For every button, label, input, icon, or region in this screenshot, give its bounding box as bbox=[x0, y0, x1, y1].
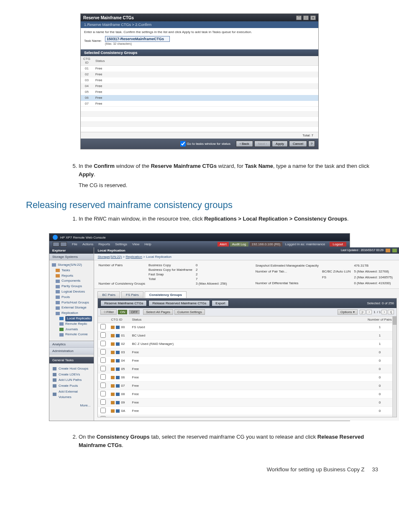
select-all-pages[interactable]: Select All Pages bbox=[143, 309, 173, 315]
row-checkbox[interactable] bbox=[100, 383, 106, 388]
table-row[interactable]: 09Free0 bbox=[98, 398, 396, 407]
analytics-section[interactable]: Analytics bbox=[49, 341, 94, 348]
tree-pools[interactable]: Pools bbox=[52, 295, 92, 300]
close-icon[interactable]: × bbox=[310, 15, 316, 20]
page-prev[interactable]: ‹ bbox=[366, 310, 372, 314]
table-row[interactable]: 02BC Z Used (RAID Manager)1 bbox=[98, 340, 396, 348]
filter-on[interactable]: ON bbox=[118, 310, 127, 314]
tree-external-storage[interactable]: External Storage bbox=[52, 305, 92, 311]
table-row[interactable]: 00FS Used1 bbox=[98, 323, 396, 332]
scrollbar-thumb[interactable] bbox=[393, 316, 396, 325]
release-ctgs-button[interactable]: Release Reserved Mainframe CTGs bbox=[148, 300, 210, 306]
filter-off[interactable]: OFF bbox=[129, 310, 140, 314]
go-to-tasks-checkbox[interactable]: Go to tasks window for status bbox=[180, 141, 231, 146]
row-checkbox[interactable] bbox=[100, 408, 106, 413]
hp-logo-icon bbox=[53, 235, 58, 240]
row-checkbox[interactable] bbox=[100, 324, 106, 329]
page-last[interactable]: ›| bbox=[388, 310, 394, 314]
alert-chip[interactable]: Alert bbox=[217, 242, 228, 247]
row-checkbox[interactable] bbox=[100, 332, 106, 338]
export-button[interactable]: Export bbox=[212, 300, 229, 306]
table-row[interactable]: 0AFree0 bbox=[98, 407, 396, 415]
row-checkbox[interactable] bbox=[100, 341, 106, 346]
cancel-button[interactable]: Cancel bbox=[289, 141, 307, 147]
menu-file[interactable]: File bbox=[72, 242, 77, 246]
next-button[interactable]: Next › bbox=[254, 141, 271, 147]
tab-fs-pairs[interactable]: FS Pairs bbox=[121, 291, 143, 298]
tree-local-replicatio[interactable]: Local Replicatio bbox=[52, 316, 92, 321]
row-checkbox[interactable] bbox=[100, 357, 106, 363]
table-row[interactable]: 08Free0 bbox=[98, 390, 396, 398]
nav-back-button[interactable] bbox=[53, 242, 59, 247]
menu-actions[interactable]: Actions bbox=[82, 242, 93, 246]
selected-count: Selected: 0 of 256 bbox=[367, 301, 394, 305]
gen-create-pools[interactable]: Create Pools bbox=[53, 383, 91, 389]
table-row[interactable]: 05Free0 bbox=[98, 365, 396, 373]
tree-logical-devices[interactable]: Logical Devices bbox=[52, 289, 92, 295]
row-checkbox[interactable] bbox=[100, 399, 106, 405]
help-button[interactable]: ? bbox=[308, 141, 315, 147]
table-row[interactable]: 01Free bbox=[81, 66, 318, 72]
row-checkbox[interactable] bbox=[100, 391, 106, 396]
minimize-icon[interactable]: ‾ bbox=[296, 15, 302, 20]
table-row[interactable]: 04Free bbox=[81, 83, 318, 89]
menu-reports[interactable]: Reports bbox=[98, 242, 110, 246]
refresh-icon[interactable] bbox=[386, 249, 390, 252]
tree-root[interactable]: Storage(S/N:22) bbox=[52, 262, 92, 268]
tree-parity-groups[interactable]: Parity Groups bbox=[52, 284, 92, 289]
page-next[interactable]: › bbox=[381, 310, 387, 314]
column-settings[interactable]: Column Settings bbox=[174, 309, 205, 315]
row-checkbox[interactable] bbox=[100, 374, 106, 380]
tree-tasks[interactable]: Tasks bbox=[52, 268, 92, 273]
reserve-ctgs-button[interactable]: Reserve Mainframe CTGs bbox=[100, 300, 147, 306]
table-row[interactable]: 04Free0 bbox=[98, 357, 396, 365]
bc-storage[interactable]: Storage(S/N:22) bbox=[97, 255, 122, 259]
tree-components[interactable]: Components bbox=[52, 278, 92, 284]
go-to-tasks-input[interactable] bbox=[180, 141, 186, 146]
gen-create-host-groups[interactable]: Create Host Groups bbox=[53, 366, 91, 372]
row-checkbox[interactable] bbox=[100, 416, 106, 417]
table-row[interactable]: 06Free0 bbox=[98, 373, 396, 382]
tree-reports[interactable]: Reports bbox=[52, 273, 92, 279]
tree-remote-conne[interactable]: Remote Conne bbox=[52, 332, 92, 337]
table-row[interactable]: 02Free bbox=[81, 72, 318, 77]
apply-button[interactable]: Apply bbox=[272, 141, 288, 147]
storage-systems-tab[interactable]: Storage Systems bbox=[49, 254, 94, 260]
scrollbar[interactable] bbox=[392, 316, 396, 417]
menu-settings[interactable]: Settings bbox=[115, 242, 127, 246]
bc-replication[interactable]: Replication bbox=[125, 255, 142, 259]
nav-forward-button[interactable] bbox=[60, 242, 67, 247]
tree-ports-host-groups[interactable]: Ports/Host Groups bbox=[52, 300, 92, 306]
administration-section[interactable]: Administration bbox=[49, 348, 94, 355]
table-row[interactable]: 06Free bbox=[81, 95, 318, 101]
audit-log-chip[interactable]: Audit Log bbox=[230, 242, 248, 247]
tab-consistency-groups[interactable]: Consistency Groups bbox=[145, 291, 187, 298]
menu-help[interactable]: Help bbox=[144, 242, 151, 246]
back-button[interactable]: ‹ Back bbox=[236, 141, 253, 147]
table-row[interactable]: 01BC Used1 bbox=[98, 332, 396, 340]
table-row[interactable]: 07Free bbox=[81, 101, 318, 107]
table-row[interactable]: 0BFree0 bbox=[98, 415, 396, 417]
task-name-input[interactable] bbox=[105, 36, 170, 42]
page-first[interactable]: |‹ bbox=[360, 310, 366, 314]
gen-add-lun-paths[interactable]: Add LUN Paths bbox=[53, 377, 91, 383]
logout-button[interactable]: Logout bbox=[330, 242, 346, 247]
menu-view[interactable]: View bbox=[132, 242, 139, 246]
table-row[interactable]: 05Free bbox=[81, 89, 318, 95]
gen-add-external-volumes[interactable]: Add External Volumes bbox=[53, 389, 91, 400]
filter-toggle[interactable]: ☆Filter bbox=[100, 309, 117, 315]
table-row[interactable]: 07Free0 bbox=[98, 382, 396, 390]
row-checkbox[interactable] bbox=[100, 366, 106, 371]
table-row[interactable]: 03Free bbox=[81, 77, 318, 83]
maximize-icon[interactable]: □ bbox=[303, 15, 309, 20]
tab-bc-pairs[interactable]: BC Pairs bbox=[97, 291, 120, 298]
table-row[interactable]: 03Free0 bbox=[98, 348, 396, 357]
tree-remote-replic[interactable]: Remote Replic bbox=[52, 321, 92, 327]
row-checkbox[interactable] bbox=[100, 349, 106, 355]
tree-journals[interactable]: Journals bbox=[52, 327, 92, 332]
tree-replication[interactable]: Replication bbox=[52, 311, 92, 316]
options-dropdown[interactable]: Options ▾ bbox=[338, 309, 358, 315]
gen-create-ldevs[interactable]: Create LDEVs bbox=[53, 372, 91, 378]
more-link[interactable]: More... bbox=[49, 403, 94, 409]
help-icon[interactable] bbox=[392, 249, 397, 252]
